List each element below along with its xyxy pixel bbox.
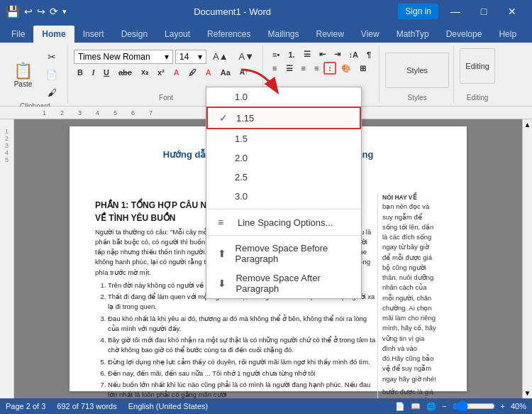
remove-space-after[interactable]: ⬇ Remove Space After Paragraph	[206, 268, 361, 298]
decrease-font-button[interactable]: A▼	[235, 48, 259, 65]
tab-mailings[interactable]: Mailings	[259, 26, 307, 43]
bold-button[interactable]: B	[74, 67, 87, 78]
line-spacing-options-label: Line Spacing Options...	[238, 217, 333, 228]
tab-help[interactable]: Help	[490, 26, 525, 43]
spacing-1-5[interactable]: 1.5	[206, 129, 361, 148]
tab-mathtype[interactable]: MathTyp	[388, 26, 438, 43]
remove-after-icon: ⬇	[218, 278, 230, 289]
line-spacing-options[interactable]: ≡ Line Spacing Options...	[206, 212, 361, 232]
font-name-value: Times New Roman	[78, 52, 150, 62]
list-item: Đến nay, đến mãi, đến sau nữa ... Tôi nh…	[108, 369, 377, 378]
minimize-button[interactable]: —	[441, 0, 470, 23]
paste-button[interactable]: 📋 Paste	[7, 58, 39, 92]
border-button[interactable]: ⊞	[356, 62, 370, 75]
indent-dec-button[interactable]: ⇤	[316, 48, 329, 60]
zoom-slider[interactable]	[453, 401, 495, 412]
tab-tellme[interactable]: 💡 Tell me	[525, 16, 532, 43]
spacing-1-5-label: 1.5	[235, 134, 248, 144]
scroll-down[interactable]: ▼	[523, 388, 532, 398]
view-read-icon[interactable]: 📖	[411, 402, 421, 411]
tab-file[interactable]: File	[3, 26, 33, 43]
font-dropdown-arrow: ▾	[165, 52, 169, 62]
spacing-2-0[interactable]: 2.0	[206, 148, 361, 168]
font-size-inc2-button[interactable]: A↑	[236, 67, 252, 77]
word-count: 692 of 713 words	[57, 402, 116, 410]
bullets-button[interactable]: ≡•	[269, 48, 283, 60]
spacing-1-15[interactable]: ✓ 1.15	[206, 107, 361, 129]
spacing-options-icon: ≡	[218, 217, 232, 228]
styles-button[interactable]: Styles	[385, 53, 449, 88]
tab-layout[interactable]: Layout	[156, 26, 199, 43]
scroll-up[interactable]: ▲	[523, 119, 532, 130]
clipboard-secondary: ✂ 📄 🖌	[40, 48, 63, 101]
copy-button[interactable]: 📄	[40, 67, 63, 83]
indent-inc-button[interactable]: ⇥	[331, 48, 344, 60]
align-left-button[interactable]: ≡	[269, 62, 280, 75]
align-right-button[interactable]: ≡	[298, 62, 309, 75]
spacing-3-0[interactable]: 3.0	[206, 187, 361, 206]
undo-btn[interactable]: ↩	[24, 6, 33, 17]
cut-button[interactable]: ✂	[40, 48, 63, 65]
title-bar: 💾 ↩ ↪ ⟳ ▾ Document1 - Word Sign in — □ ✕	[0, 0, 532, 23]
tab-developer[interactable]: Develope	[438, 26, 491, 43]
clear-format-button[interactable]: Aa	[217, 67, 234, 78]
font-label: Font	[159, 92, 173, 102]
list-item: Đừng lợi dụng nhẹ lực cảm thấy có duyên,…	[108, 357, 377, 367]
font-color-button[interactable]: A	[202, 67, 215, 78]
tab-home[interactable]: Home	[33, 26, 74, 43]
strikethrough-button[interactable]: abc	[115, 67, 135, 78]
maximize-button[interactable]: □	[470, 0, 498, 23]
tab-review[interactable]: Review	[307, 26, 352, 43]
customize-btn[interactable]: ▾	[62, 7, 67, 16]
show-para-button[interactable]: ¶	[363, 48, 375, 60]
increase-font-button[interactable]: A▲	[209, 48, 233, 65]
clipboard-group: 📋 Paste ✂ 📄 🖌 Clipboard	[3, 45, 68, 103]
tab-insert[interactable]: Insert	[74, 26, 113, 43]
redo-btn[interactable]: ↪	[37, 6, 45, 17]
editing-button[interactable]: Editing	[460, 48, 495, 84]
view-web-icon[interactable]: 🌐	[426, 402, 436, 411]
check-1-15-icon: ✓	[219, 112, 231, 124]
remove-space-before[interactable]: ⬆ Remove Space Before Paragraph	[206, 239, 361, 268]
underline-button[interactable]: U	[100, 67, 113, 78]
styles-group: Styles Styles	[381, 45, 454, 103]
spacing-2-5-label: 2.5	[235, 172, 248, 183]
shading-button[interactable]: 🎨	[338, 62, 355, 75]
font-size-value: 14	[179, 52, 189, 62]
italic-button[interactable]: I	[89, 67, 98, 78]
font-name-selector[interactable]: Times New Roman ▾	[74, 50, 173, 64]
title-bar-left: 💾 ↩ ↪ ⟳ ▾	[6, 5, 67, 18]
spacing-2-5[interactable]: 2.5	[206, 168, 361, 187]
refresh-btn[interactable]: ⟳	[50, 6, 58, 17]
subscript-button[interactable]: x₂	[138, 66, 152, 78]
tab-design[interactable]: Design	[113, 26, 156, 43]
scroll-right[interactable]: ▲ ▼	[522, 119, 532, 398]
format-painter-button[interactable]: 🖌	[40, 85, 63, 101]
ruler-vertical: 12345	[0, 128, 13, 163]
ribbon-tabs: File Home Insert Design Layout Reference…	[0, 23, 532, 43]
numbering-button[interactable]: 1.	[284, 48, 298, 60]
align-center-button[interactable]: ☰	[282, 62, 297, 75]
close-button[interactable]: ✕	[498, 0, 526, 23]
sort-button[interactable]: ↕A	[345, 48, 362, 60]
justify-button[interactable]: ≡	[311, 62, 322, 75]
right-col-title: NÓI HAY VỀ	[382, 194, 417, 201]
clipboard-content: 📋 Paste ✂ 📄 🖌	[7, 45, 63, 101]
view-print-icon[interactable]: 📄	[395, 402, 405, 411]
remove-space-before-label: Remove Space Before Paragraph	[235, 243, 350, 264]
superscript-button[interactable]: x²	[154, 67, 168, 78]
text-effects-button[interactable]: A	[170, 67, 183, 78]
zoom-out-btn[interactable]: −	[442, 402, 446, 410]
font-size-selector[interactable]: 14 ▾	[175, 50, 206, 64]
list-item: Nếu buồn lớn nhất khi lúc nào cũng phải …	[108, 380, 377, 398]
font-format-row: B I U abc x₂ x² A 🖊 A Aa A↑	[74, 66, 258, 78]
styles-content: Styles	[385, 45, 449, 92]
multilevel-button[interactable]: ☰	[300, 48, 314, 60]
line-spacing-button[interactable]: ↕	[323, 62, 336, 75]
highlight-button[interactable]: 🖊	[185, 67, 200, 78]
tab-view[interactable]: View	[353, 26, 388, 43]
zoom-in-btn[interactable]: +	[501, 402, 505, 410]
spacing-1-0[interactable]: 1.0	[206, 87, 361, 107]
sign-in-button[interactable]: Sign in	[398, 4, 438, 19]
tab-references[interactable]: References	[199, 26, 259, 43]
